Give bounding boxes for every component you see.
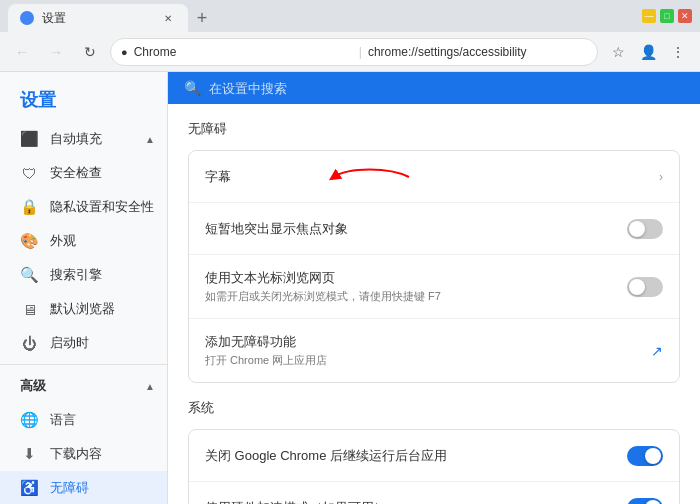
text-cursor-toggle-knob bbox=[629, 279, 645, 295]
downloads-icon: ⬇ bbox=[20, 445, 38, 463]
highlight-focus-content: 短暂地突出显示焦点对象 bbox=[205, 220, 627, 238]
hardware-accel-item: 使用硬件加速模式（如果可用） bbox=[189, 482, 679, 504]
add-accessibility-subtitle: 打开 Chrome 网上应用店 bbox=[205, 353, 651, 368]
privacy-icon: 🔒 bbox=[20, 198, 38, 216]
add-accessibility-title: 添加无障碍功能 bbox=[205, 333, 651, 351]
sidebar-item-search[interactable]: 🔍 搜索引擎 bbox=[0, 258, 167, 292]
sidebar-item-autofill[interactable]: ⬛ 自动填充 ▲ bbox=[0, 122, 167, 156]
highlight-focus-toggle[interactable] bbox=[627, 219, 663, 239]
default-browser-icon: 🖥 bbox=[20, 301, 38, 318]
caption-item[interactable]: 字幕 › bbox=[189, 151, 679, 203]
accessibility-card: 字幕 › 短暂地突 bbox=[188, 150, 680, 383]
highlight-focus-title: 短暂地突出显示焦点对象 bbox=[205, 220, 627, 238]
search-engine-icon: 🔍 bbox=[20, 266, 38, 284]
tab-close-button[interactable]: ✕ bbox=[160, 10, 176, 26]
content-area: 🔍 无障碍 字幕 bbox=[168, 72, 700, 504]
text-cursor-subtitle: 如需开启或关闭光标浏览模式，请使用快捷键 F7 bbox=[205, 289, 627, 304]
hardware-accel-content: 使用硬件加速模式（如果可用） bbox=[205, 499, 627, 505]
title-bar: 设置 ✕ + — □ ✕ bbox=[0, 0, 700, 32]
address-path: chrome://settings/accessibility bbox=[368, 45, 587, 59]
red-arrow-annotation bbox=[329, 162, 419, 192]
address-secure-icon: ● bbox=[121, 46, 128, 58]
caption-title: 字幕 bbox=[205, 168, 659, 186]
tab-label: 设置 bbox=[42, 10, 152, 27]
sidebar-item-security[interactable]: 🛡 安全检查 bbox=[0, 156, 167, 190]
accessibility-section-title: 无障碍 bbox=[188, 120, 680, 138]
caption-arrow: › bbox=[659, 170, 663, 184]
text-cursor-title: 使用文本光标浏览网页 bbox=[205, 269, 627, 287]
sidebar-item-privacy[interactable]: 🔒 隐私设置和安全性 bbox=[0, 190, 167, 224]
content-search-bar[interactable]: 🔍 bbox=[168, 72, 700, 104]
tab-bar: 设置 ✕ + bbox=[8, 0, 642, 32]
sidebar-item-startup-label: 启动时 bbox=[50, 334, 89, 352]
navigation-bar: ← → ↻ ● Chrome | chrome://settings/acces… bbox=[0, 32, 700, 72]
hardware-accel-title: 使用硬件加速模式（如果可用） bbox=[205, 499, 627, 505]
sidebar-item-accessibility-label: 无障碍 bbox=[50, 479, 89, 497]
autofill-icon: ⬛ bbox=[20, 130, 38, 148]
add-accessibility-content: 添加无障碍功能 打开 Chrome 网上应用店 bbox=[205, 333, 651, 368]
profile-button[interactable]: 👤 bbox=[634, 38, 662, 66]
sidebar-item-language-label: 语言 bbox=[50, 411, 76, 429]
sidebar-item-startup[interactable]: ⏻ 启动时 bbox=[0, 326, 167, 360]
window-controls: — □ ✕ bbox=[642, 9, 692, 23]
tab-favicon bbox=[20, 11, 34, 25]
security-icon: 🛡 bbox=[20, 165, 38, 182]
appearance-icon: 🎨 bbox=[20, 232, 38, 250]
content-body: 无障碍 字幕 › bbox=[168, 104, 700, 504]
highlight-focus-item: 短暂地突出显示焦点对象 bbox=[189, 203, 679, 255]
refresh-button[interactable]: ↻ bbox=[76, 38, 104, 66]
highlight-focus-toggle-knob bbox=[629, 221, 645, 237]
close-button[interactable]: ✕ bbox=[678, 9, 692, 23]
text-cursor-item: 使用文本光标浏览网页 如需开启或关闭光标浏览模式，请使用快捷键 F7 bbox=[189, 255, 679, 319]
sidebar-divider bbox=[0, 364, 167, 365]
autofill-collapse: ▲ bbox=[145, 134, 155, 145]
sidebar-advanced-heading[interactable]: 高级 ▲ bbox=[0, 369, 167, 403]
caption-content: 字幕 bbox=[205, 168, 659, 186]
add-accessibility-external-icon[interactable]: ↗ bbox=[651, 343, 663, 359]
sidebar-item-accessibility[interactable]: ♿ 无障碍 bbox=[0, 471, 167, 504]
address-divider: | bbox=[359, 45, 362, 59]
sidebar-item-default-browser-label: 默认浏览器 bbox=[50, 300, 115, 318]
search-input[interactable] bbox=[209, 81, 684, 96]
sidebar-item-default-browser[interactable]: 🖥 默认浏览器 bbox=[0, 292, 167, 326]
sidebar-title: 设置 bbox=[0, 72, 167, 122]
sidebar-item-security-label: 安全检查 bbox=[50, 164, 102, 182]
background-apps-item: 关闭 Google Chrome 后继续运行后台应用 bbox=[189, 430, 679, 482]
nav-actions: ☆ 👤 ⋮ bbox=[604, 38, 692, 66]
forward-button[interactable]: → bbox=[42, 38, 70, 66]
sidebar: 设置 ⬛ 自动填充 ▲ 🛡 安全检查 🔒 隐私设置和安全性 🎨 外观 🔍 搜索引… bbox=[0, 72, 168, 504]
text-cursor-toggle[interactable] bbox=[627, 277, 663, 297]
sidebar-item-search-label: 搜索引擎 bbox=[50, 266, 102, 284]
address-bar[interactable]: ● Chrome | chrome://settings/accessibili… bbox=[110, 38, 598, 66]
sidebar-item-appearance[interactable]: 🎨 外观 bbox=[0, 224, 167, 258]
system-section-title: 系统 bbox=[188, 399, 680, 417]
background-apps-toggle[interactable] bbox=[627, 446, 663, 466]
accessibility-icon: ♿ bbox=[20, 479, 38, 497]
sidebar-item-downloads-label: 下载内容 bbox=[50, 445, 102, 463]
sidebar-item-autofill-label: 自动填充 bbox=[50, 130, 102, 148]
bookmark-button[interactable]: ☆ bbox=[604, 38, 632, 66]
back-button[interactable]: ← bbox=[8, 38, 36, 66]
main-layout: 设置 ⬛ 自动填充 ▲ 🛡 安全检查 🔒 隐私设置和安全性 🎨 外观 🔍 搜索引… bbox=[0, 72, 700, 504]
menu-button[interactable]: ⋮ bbox=[664, 38, 692, 66]
new-tab-button[interactable]: + bbox=[188, 4, 216, 32]
sidebar-item-downloads[interactable]: ⬇ 下载内容 bbox=[0, 437, 167, 471]
hardware-accel-toggle-knob bbox=[645, 500, 661, 505]
language-icon: 🌐 bbox=[20, 411, 38, 429]
address-brand: Chrome bbox=[134, 45, 353, 59]
add-accessibility-item[interactable]: 添加无障碍功能 打开 Chrome 网上应用店 ↗ bbox=[189, 319, 679, 382]
maximize-button[interactable]: □ bbox=[660, 9, 674, 23]
active-tab[interactable]: 设置 ✕ bbox=[8, 4, 188, 32]
system-card: 关闭 Google Chrome 后继续运行后台应用 使用硬件加速模式（如果可用… bbox=[188, 429, 680, 504]
background-apps-title: 关闭 Google Chrome 后继续运行后台应用 bbox=[205, 447, 627, 465]
minimize-button[interactable]: — bbox=[642, 9, 656, 23]
sidebar-item-appearance-label: 外观 bbox=[50, 232, 76, 250]
hardware-accel-toggle[interactable] bbox=[627, 498, 663, 505]
text-cursor-content: 使用文本光标浏览网页 如需开启或关闭光标浏览模式，请使用快捷键 F7 bbox=[205, 269, 627, 304]
search-icon: 🔍 bbox=[184, 80, 201, 96]
startup-icon: ⏻ bbox=[20, 335, 38, 352]
background-apps-content: 关闭 Google Chrome 后继续运行后台应用 bbox=[205, 447, 627, 465]
advanced-collapse-icon: ▲ bbox=[145, 381, 155, 392]
sidebar-item-language[interactable]: 🌐 语言 bbox=[0, 403, 167, 437]
background-apps-toggle-knob bbox=[645, 448, 661, 464]
